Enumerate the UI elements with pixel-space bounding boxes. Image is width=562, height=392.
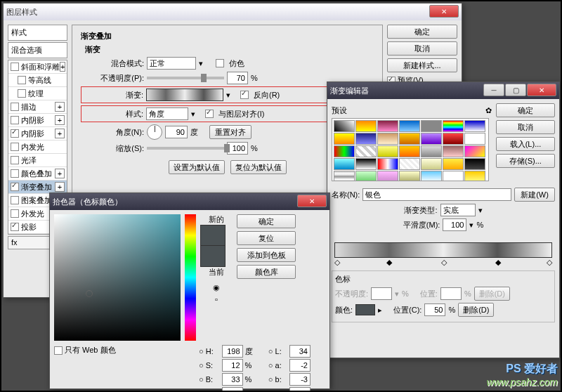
dropdown-icon[interactable]: ▾: [226, 91, 230, 100]
expand-icon[interactable]: +: [55, 169, 65, 178]
titlebar[interactable]: 渐变编辑器 ─ ▢ ✕: [327, 82, 559, 99]
style-checkbox[interactable]: [11, 183, 19, 191]
style-row[interactable]: 颜色叠加+: [8, 167, 67, 181]
preset-swatch[interactable]: [399, 133, 420, 145]
preset-swatch[interactable]: [464, 120, 485, 132]
color-channel-input[interactable]: 74: [222, 387, 243, 392]
preset-swatch[interactable]: [421, 120, 442, 132]
style-checkbox[interactable]: [11, 103, 19, 111]
cube-icon2[interactable]: ▫: [200, 295, 233, 303]
preset-swatch[interactable]: [355, 171, 377, 181]
dropdown-icon[interactable]: ▾: [469, 221, 473, 230]
preset-swatch[interactable]: [334, 145, 355, 157]
preset-swatch[interactable]: [377, 120, 398, 132]
preset-swatch[interactable]: [399, 145, 420, 157]
angle-dial[interactable]: [147, 124, 162, 140]
color-channel-input[interactable]: 198: [222, 345, 243, 358]
style-checkbox[interactable]: [11, 156, 19, 164]
gear-icon[interactable]: ✿: [485, 106, 492, 115]
expand-icon[interactable]: +: [60, 62, 65, 72]
stop-color-swatch[interactable]: [355, 304, 375, 315]
style-row[interactable]: 内阴影+: [8, 127, 67, 141]
color-field[interactable]: [54, 214, 181, 341]
cancel-button[interactable]: 取消: [496, 120, 555, 134]
ok-button[interactable]: 确定: [237, 214, 296, 228]
close-button[interactable]: ✕: [527, 84, 556, 96]
expand-icon[interactable]: +: [55, 129, 65, 138]
style-checkbox[interactable]: [11, 116, 19, 124]
stop-color-pos-input[interactable]: 50: [424, 303, 445, 316]
minimize-button[interactable]: ─: [483, 84, 504, 96]
dropdown-icon[interactable]: ▾: [191, 110, 195, 119]
reset-button[interactable]: 复位: [237, 231, 296, 245]
reset-align-button[interactable]: 重置对齐: [209, 125, 251, 139]
preset-swatch[interactable]: [334, 133, 355, 145]
preset-swatch[interactable]: [464, 171, 485, 181]
preset-swatch[interactable]: [399, 171, 420, 181]
cube-icon[interactable]: ◉: [200, 283, 233, 292]
presets-grid[interactable]: [332, 118, 489, 181]
dropdown-icon[interactable]: ▸: [378, 306, 382, 315]
reverse-checkbox[interactable]: [240, 91, 249, 99]
preset-swatch[interactable]: [464, 133, 485, 145]
sidebar-styles[interactable]: 样式: [8, 25, 67, 41]
color-channel-input[interactable]: -2: [289, 359, 311, 372]
sidebar-blending[interactable]: 混合选项: [8, 42, 67, 58]
opacity-input[interactable]: 70: [227, 72, 248, 84]
style-select[interactable]: 角度: [146, 107, 188, 120]
angle-input[interactable]: 90: [165, 126, 188, 138]
preset-swatch[interactable]: [334, 158, 355, 170]
style-checkbox[interactable]: [18, 76, 26, 84]
align-checkbox[interactable]: [205, 110, 214, 118]
dither-checkbox[interactable]: [216, 59, 224, 67]
dropdown-icon[interactable]: ▾: [478, 206, 483, 215]
gradtype-select[interactable]: 实底: [440, 204, 476, 216]
color-channel-input[interactable]: 33: [222, 373, 243, 386]
style-row[interactable]: 纹理: [8, 87, 67, 100]
style-row[interactable]: 斜面和浮雕+: [8, 60, 67, 74]
preset-swatch[interactable]: [334, 171, 355, 181]
scale-input[interactable]: 100: [227, 142, 248, 155]
preset-swatch[interactable]: [355, 145, 377, 157]
preset-swatch[interactable]: [421, 133, 442, 145]
maximize-button[interactable]: ▢: [505, 84, 526, 96]
preset-swatch[interactable]: [399, 120, 420, 132]
name-input[interactable]: 银色: [362, 188, 511, 201]
set-default-button[interactable]: 设置为默认值: [169, 160, 225, 174]
save-button[interactable]: 存储(S)...: [496, 154, 555, 168]
preset-swatch[interactable]: [377, 171, 398, 181]
dropdown-icon[interactable]: ▾: [199, 59, 203, 68]
new-style-button[interactable]: 新建样式...: [387, 58, 457, 72]
web-only-checkbox[interactable]: [54, 346, 63, 355]
cancel-button[interactable]: 取消: [387, 41, 457, 55]
ok-button[interactable]: 确定: [387, 25, 457, 39]
preset-swatch[interactable]: [334, 120, 355, 132]
preset-swatch[interactable]: [443, 145, 464, 157]
close-button[interactable]: ✕: [429, 5, 459, 18]
color-picker-cursor[interactable]: [86, 290, 93, 297]
preset-swatch[interactable]: [377, 133, 398, 145]
color-channel-input[interactable]: -3: [289, 373, 311, 386]
preset-swatch[interactable]: [421, 171, 442, 181]
preset-swatch[interactable]: [464, 145, 485, 157]
preset-swatch[interactable]: [443, 171, 464, 181]
scale-slider[interactable]: [147, 147, 224, 150]
preset-swatch[interactable]: [421, 145, 442, 157]
color-channel-input[interactable]: 12: [222, 359, 243, 372]
add-swatch-button[interactable]: 添加到色板: [237, 248, 296, 262]
titlebar[interactable]: 图层样式 ✕: [4, 4, 462, 20]
preset-swatch[interactable]: [355, 133, 377, 145]
style-row[interactable]: 内阴影+: [8, 114, 67, 127]
expand-icon[interactable]: +: [55, 115, 65, 125]
titlebar[interactable]: 拾色器（色标颜色） ✕: [50, 193, 329, 210]
preset-swatch[interactable]: [443, 133, 464, 145]
style-checkbox[interactable]: [11, 196, 19, 204]
opacity-slider[interactable]: [147, 77, 224, 79]
style-checkbox[interactable]: [11, 63, 19, 71]
preset-swatch[interactable]: [355, 120, 377, 132]
close-button[interactable]: ✕: [297, 195, 327, 207]
color-lib-button[interactable]: 颜色库: [237, 265, 296, 279]
preset-swatch[interactable]: [421, 158, 442, 170]
preset-swatch[interactable]: [464, 158, 485, 170]
style-checkbox[interactable]: [11, 143, 19, 151]
